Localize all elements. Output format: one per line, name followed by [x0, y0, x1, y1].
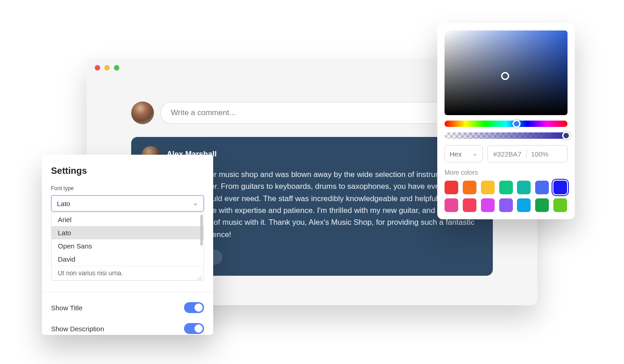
show-title-row: Show Title	[51, 302, 204, 313]
color-swatch[interactable]	[553, 181, 567, 194]
window-minimize-dot[interactable]	[104, 65, 110, 71]
font-option-lato[interactable]: Lato	[51, 226, 204, 239]
color-swatch[interactable]	[463, 198, 476, 212]
color-swatch[interactable]	[499, 181, 513, 194]
window-maximize-dot[interactable]	[114, 65, 119, 71]
color-swatch[interactable]	[499, 198, 513, 212]
color-format-select[interactable]: Hex	[445, 145, 483, 162]
scrollbar-thumb[interactable]	[200, 215, 203, 246]
window-close-dot[interactable]	[95, 65, 100, 71]
color-swatch[interactable]	[517, 181, 531, 194]
sample-text-value: Ut non varius nisi urna.	[58, 269, 123, 277]
color-swatch[interactable]	[535, 181, 549, 194]
picker-cursor-icon[interactable]	[501, 72, 509, 80]
traffic-lights	[95, 65, 119, 71]
show-title-label: Show Title	[51, 304, 82, 312]
avatar	[131, 101, 154, 124]
hex-value: #322BA7	[493, 150, 522, 158]
chevron-down-icon	[193, 201, 198, 206]
format-value: Hex	[450, 150, 462, 158]
color-swatch[interactable]	[553, 198, 567, 212]
color-picker-panel: Hex #322BA7 100% More colors	[437, 23, 575, 219]
divider	[42, 292, 213, 292]
hue-thumb[interactable]	[512, 120, 521, 128]
color-swatch[interactable]	[445, 198, 458, 212]
show-description-label: Show Description	[51, 325, 104, 333]
color-swatch[interactable]	[463, 181, 476, 194]
show-title-toggle[interactable]	[184, 302, 204, 313]
show-description-toggle[interactable]	[184, 323, 204, 334]
color-swatch[interactable]	[445, 181, 458, 194]
hue-slider[interactable]	[445, 121, 568, 127]
font-option-ariel[interactable]: Ariel	[51, 213, 204, 226]
resize-handle-icon[interactable]	[197, 275, 202, 279]
font-type-label: Font type	[51, 185, 204, 192]
settings-title: Settings	[51, 166, 204, 176]
show-description-row: Show Description	[51, 323, 204, 334]
font-type-value: Lato	[57, 200, 70, 207]
font-option-open-sans[interactable]: Open Sans	[51, 239, 204, 253]
hex-input[interactable]: #322BA7 100%	[487, 145, 568, 162]
picker-inputs: Hex #322BA7 100%	[445, 145, 568, 162]
settings-panel: Settings Font type Lato Ariel Lato Open …	[42, 155, 213, 335]
font-option-david[interactable]: David	[51, 253, 204, 266]
divider	[526, 149, 527, 158]
color-swatch[interactable]	[481, 181, 495, 194]
alpha-slider[interactable]	[445, 132, 568, 139]
chevron-down-icon	[472, 151, 478, 157]
font-type-dropdown: Ariel Lato Open Sans David Ut non varius…	[51, 212, 204, 281]
saturation-value-area[interactable]	[445, 30, 568, 115]
alpha-thumb[interactable]	[562, 131, 570, 140]
alpha-value: 100%	[531, 150, 548, 158]
sample-text-input[interactable]: Ut non varius nisi urna.	[51, 266, 204, 280]
color-swatch[interactable]	[535, 198, 549, 212]
color-swatch[interactable]	[481, 198, 495, 212]
color-swatch[interactable]	[517, 198, 531, 212]
swatches-grid	[445, 181, 568, 212]
more-colors-label: More colors	[445, 169, 568, 176]
font-type-select[interactable]: Lato	[51, 195, 204, 212]
